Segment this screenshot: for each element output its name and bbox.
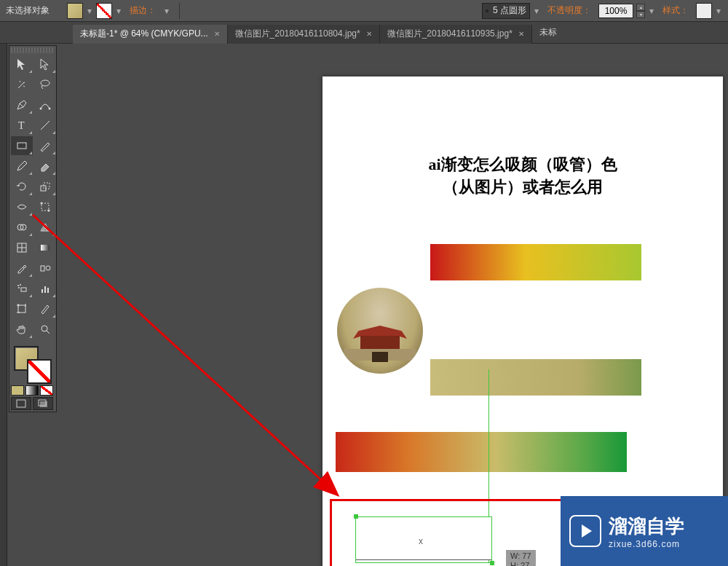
watermark: 溜溜自学 zixue.3d66.com: [561, 496, 728, 566]
lasso-tool[interactable]: [34, 75, 56, 94]
mesh-tool[interactable]: [11, 238, 33, 257]
svg-rect-8: [41, 203, 49, 211]
fill-stroke-block[interactable]: [11, 343, 55, 384]
color-mode-none[interactable]: [40, 385, 53, 396]
svg-rect-17: [21, 288, 26, 291]
svg-text:T: T: [18, 120, 25, 131]
hand-tool[interactable]: [11, 320, 33, 339]
play-icon: [569, 515, 601, 547]
eraser-tool[interactable]: [34, 157, 56, 176]
curvature-tool[interactable]: [34, 95, 56, 114]
document-tabs: 未标题-1* @ 64% (CMYK/GPU... ✕ 微信图片_2018041…: [0, 22, 728, 44]
blend-tool[interactable]: [34, 259, 56, 278]
paintbrush-tool[interactable]: [34, 136, 56, 155]
color-mode-gradient[interactable]: [25, 385, 39, 396]
tab-doc-2[interactable]: 微信图片_20180416110804.jpg* ✕: [228, 25, 380, 44]
svg-line-4: [41, 121, 50, 130]
zoom-tool[interactable]: [34, 320, 56, 339]
canvas[interactable]: ai渐变怎么吸颜（吸管）色 （从图片）或者怎么用 x W: 77 H: 27: [66, 44, 728, 566]
scale-tool[interactable]: [34, 177, 56, 196]
magic-wand-tool[interactable]: [11, 75, 33, 94]
close-icon[interactable]: ✕: [214, 30, 220, 38]
symbol-sprayer-tool[interactable]: [11, 279, 33, 298]
line-tool[interactable]: [34, 116, 56, 135]
selection-tool[interactable]: [11, 55, 33, 74]
gradient-tool[interactable]: [34, 238, 56, 257]
svg-line-26: [47, 331, 50, 334]
svg-point-19: [20, 284, 21, 286]
artboard-tool[interactable]: [11, 299, 33, 318]
direct-selection-tool[interactable]: [34, 55, 56, 74]
svg-rect-23: [47, 288, 49, 293]
draw-normal[interactable]: [11, 397, 31, 410]
rectangle-tool[interactable]: [11, 136, 33, 155]
watermark-brand: 溜溜自学: [609, 514, 684, 539]
svg-point-10: [48, 210, 50, 212]
stroke-weight-dropdown[interactable]: ▾: [163, 6, 170, 16]
tab-overflow: 未标: [532, 23, 564, 42]
svg-rect-24: [18, 305, 25, 313]
stroke-swatch[interactable]: [96, 3, 112, 19]
slice-tool[interactable]: [34, 299, 56, 318]
svg-rect-27: [17, 400, 25, 407]
graph-tool[interactable]: [34, 279, 56, 298]
close-icon[interactable]: ✕: [366, 30, 372, 38]
artboard[interactable]: ai渐变怎么吸颜（吸管）色 （从图片）或者怎么用 x W: 77 H: 27: [323, 76, 723, 566]
anchor-handle[interactable]: [490, 561, 494, 565]
panel-grip[interactable]: [11, 47, 55, 53]
center-mark: x: [419, 536, 423, 546]
svg-rect-15: [41, 266, 44, 271]
panel-strip[interactable]: [0, 44, 7, 566]
stroke-dropdown[interactable]: ▾: [115, 6, 122, 16]
opacity-input[interactable]: [598, 4, 633, 18]
shape-builder-tool[interactable]: [11, 218, 33, 237]
toolbox: T: [9, 45, 57, 412]
opacity-label: 不透明度：: [547, 4, 591, 17]
svg-point-18: [17, 285, 19, 286]
tab-label: 微信图片_20180416110935.jpg*: [387, 28, 513, 40]
stroke-label: 描边：: [130, 4, 156, 17]
stroke-profile-dropdown[interactable]: ▾: [533, 6, 540, 16]
anchor-handle[interactable]: [354, 514, 358, 519]
watermark-url: zixue.3d66.com: [609, 539, 684, 549]
svg-rect-5: [17, 143, 26, 149]
tab-label: 微信图片_20180416110804.jpg*: [235, 28, 360, 40]
gradient-sample-1: [430, 244, 641, 280]
tab-doc-1[interactable]: 未标题-1* @ 64% (CMYK/GPU... ✕: [73, 25, 228, 44]
free-transform-tool[interactable]: [34, 197, 56, 216]
graphic-style-swatch[interactable]: [696, 3, 712, 19]
svg-rect-22: [44, 286, 46, 293]
drawn-rectangle[interactable]: [355, 516, 492, 560]
color-mode-solid[interactable]: [11, 385, 24, 396]
close-icon[interactable]: ✕: [518, 30, 524, 38]
draw-behind[interactable]: [33, 397, 53, 410]
svg-point-2: [49, 108, 51, 110]
svg-point-9: [41, 203, 43, 205]
selection-status: 未选择对象: [6, 4, 50, 17]
pencil-tool[interactable]: [11, 157, 33, 176]
fill-dropdown[interactable]: ▾: [86, 6, 93, 16]
pen-tool[interactable]: [11, 95, 33, 114]
gradient-sample-3: [336, 432, 627, 472]
style-dropdown[interactable]: ▾: [715, 6, 722, 16]
svg-point-0: [41, 80, 50, 86]
svg-rect-21: [41, 289, 43, 293]
tab-doc-3[interactable]: 微信图片_20180416110935.jpg* ✕: [380, 25, 532, 44]
svg-point-16: [46, 266, 50, 270]
reference-image-circle: [337, 288, 423, 374]
tab-label: 未标题-1* @ 64% (CMYK/GPU...: [80, 28, 208, 40]
svg-rect-14: [41, 245, 50, 251]
eyedropper-tool[interactable]: [11, 259, 33, 278]
stroke-profile[interactable]: 5 点圆形: [482, 3, 530, 19]
fill-swatch[interactable]: [67, 3, 83, 19]
opacity-stepper[interactable]: ▴▾: [636, 4, 645, 18]
stroke-color[interactable]: [27, 359, 52, 384]
rotate-tool[interactable]: [11, 177, 33, 196]
style-label: 样式：: [662, 4, 689, 17]
stroke-weight-value: 5 点圆形: [493, 4, 526, 17]
width-tool[interactable]: [11, 197, 33, 216]
svg-point-20: [18, 287, 20, 288]
type-tool[interactable]: T: [11, 116, 33, 135]
perspective-grid-tool[interactable]: [34, 218, 56, 237]
opacity-dropdown[interactable]: ▾: [648, 6, 655, 16]
